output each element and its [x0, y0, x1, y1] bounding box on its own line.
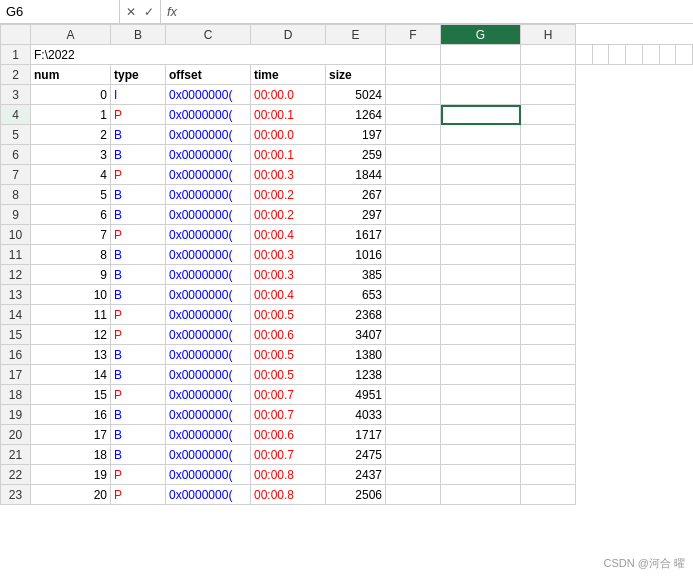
cell-5-6[interactable] — [441, 125, 521, 145]
cell-9-7[interactable] — [521, 205, 576, 225]
cell-15-0[interactable]: 12 — [31, 325, 111, 345]
cell-19-1[interactable]: B — [111, 405, 166, 425]
cell-19-0[interactable]: 16 — [31, 405, 111, 425]
row-header-23[interactable]: 23 — [1, 485, 31, 505]
cell-10-7[interactable] — [521, 225, 576, 245]
row-header-2[interactable]: 2 — [1, 65, 31, 85]
cell-11-2[interactable]: 0x0000000( — [166, 245, 251, 265]
cell-20-0[interactable]: 17 — [31, 425, 111, 445]
cell-22-3[interactable]: 00:00.8 — [251, 465, 326, 485]
cell-22-1[interactable]: P — [111, 465, 166, 485]
cell-21-6[interactable] — [441, 445, 521, 465]
col-header-H[interactable]: H — [521, 25, 576, 45]
cell-19-7[interactable] — [521, 405, 576, 425]
cell-5-3[interactable]: 00:00.0 — [251, 125, 326, 145]
cell-4-2[interactable]: 0x0000000( — [166, 105, 251, 125]
cell-8-3[interactable]: 00:00.2 — [251, 185, 326, 205]
cell-17-3[interactable]: 00:00.5 — [251, 365, 326, 385]
cell-11-4[interactable]: 1016 — [326, 245, 386, 265]
cell-2-7[interactable] — [521, 65, 576, 85]
cell-10-2[interactable]: 0x0000000( — [166, 225, 251, 245]
cell-3-0[interactable]: 0 — [31, 85, 111, 105]
cell-5-2[interactable]: 0x0000000( — [166, 125, 251, 145]
cell-3-3[interactable]: 00:00.0 — [251, 85, 326, 105]
cell-22-6[interactable] — [441, 465, 521, 485]
cell-19-4[interactable]: 4033 — [326, 405, 386, 425]
cell-9-3[interactable]: 00:00.2 — [251, 205, 326, 225]
row-header-12[interactable]: 12 — [1, 265, 31, 285]
cell-23-4[interactable]: 2506 — [326, 485, 386, 505]
col-header-C[interactable]: C — [166, 25, 251, 45]
row-header-17[interactable]: 17 — [1, 365, 31, 385]
cell-2-5[interactable] — [386, 65, 441, 85]
row-header-20[interactable]: 20 — [1, 425, 31, 445]
cell-12-6[interactable] — [441, 265, 521, 285]
cell-13-2[interactable]: 0x0000000( — [166, 285, 251, 305]
cell-14-0[interactable]: 11 — [31, 305, 111, 325]
cell-9-1[interactable]: B — [111, 205, 166, 225]
cell-16-1[interactable]: B — [111, 345, 166, 365]
cell-10-1[interactable]: P — [111, 225, 166, 245]
cell-16-2[interactable]: 0x0000000( — [166, 345, 251, 365]
cell-18-7[interactable] — [521, 385, 576, 405]
cell-9-0[interactable]: 6 — [31, 205, 111, 225]
cell-6-7[interactable] — [521, 145, 576, 165]
cell-1-5[interactable] — [642, 45, 659, 65]
cancel-icon[interactable]: ✕ — [124, 5, 138, 19]
cell-6-1[interactable]: B — [111, 145, 166, 165]
cell-20-3[interactable]: 00:00.6 — [251, 425, 326, 445]
cell-5-5[interactable] — [386, 125, 441, 145]
cell-13-7[interactable] — [521, 285, 576, 305]
cell-16-3[interactable]: 00:00.5 — [251, 345, 326, 365]
cell-2-4[interactable]: size — [326, 65, 386, 85]
confirm-icon[interactable]: ✓ — [142, 5, 156, 19]
cell-6-0[interactable]: 3 — [31, 145, 111, 165]
cell-14-6[interactable] — [441, 305, 521, 325]
col-header-F[interactable]: F — [386, 25, 441, 45]
cell-11-7[interactable] — [521, 245, 576, 265]
cell-23-6[interactable] — [441, 485, 521, 505]
cell-20-5[interactable] — [386, 425, 441, 445]
cell-21-2[interactable]: 0x0000000( — [166, 445, 251, 465]
cell-13-0[interactable]: 10 — [31, 285, 111, 305]
row-header-22[interactable]: 22 — [1, 465, 31, 485]
cell-23-5[interactable] — [386, 485, 441, 505]
cell-9-6[interactable] — [441, 205, 521, 225]
cell-16-7[interactable] — [521, 345, 576, 365]
cell-4-1[interactable]: P — [111, 105, 166, 125]
cell-11-0[interactable]: 8 — [31, 245, 111, 265]
cell-21-0[interactable]: 18 — [31, 445, 111, 465]
cell-19-6[interactable] — [441, 405, 521, 425]
cell-12-1[interactable]: B — [111, 265, 166, 285]
cell-13-3[interactable]: 00:00.4 — [251, 285, 326, 305]
cell-3-4[interactable]: 5024 — [326, 85, 386, 105]
cell-1-1[interactable] — [576, 45, 593, 65]
cell-12-3[interactable]: 00:00.3 — [251, 265, 326, 285]
cell-11-1[interactable]: B — [111, 245, 166, 265]
row-header-5[interactable]: 5 — [1, 125, 31, 145]
cell-13-4[interactable]: 653 — [326, 285, 386, 305]
cell-3-7[interactable] — [521, 85, 576, 105]
cell-2-0[interactable]: num — [31, 65, 111, 85]
cell-17-1[interactable]: B — [111, 365, 166, 385]
cell-8-5[interactable] — [386, 185, 441, 205]
cell-12-2[interactable]: 0x0000000( — [166, 265, 251, 285]
cell-12-4[interactable]: 385 — [326, 265, 386, 285]
cell-1-6[interactable] — [659, 45, 676, 65]
row-header-21[interactable]: 21 — [1, 445, 31, 465]
cell-23-7[interactable] — [521, 485, 576, 505]
cell-10-5[interactable] — [386, 225, 441, 245]
cell-4-4[interactable]: 1264 — [326, 105, 386, 125]
row-header-14[interactable]: 14 — [1, 305, 31, 325]
cell-14-5[interactable] — [386, 305, 441, 325]
cell-12-5[interactable] — [386, 265, 441, 285]
cell-1-7[interactable] — [521, 45, 576, 65]
cell-4-7[interactable] — [521, 105, 576, 125]
cell-21-5[interactable] — [386, 445, 441, 465]
cell-7-3[interactable]: 00:00.3 — [251, 165, 326, 185]
cell-13-5[interactable] — [386, 285, 441, 305]
row-header-1[interactable]: 1 — [1, 45, 31, 65]
cell-21-3[interactable]: 00:00.7 — [251, 445, 326, 465]
cell-18-3[interactable]: 00:00.7 — [251, 385, 326, 405]
cell-7-6[interactable] — [441, 165, 521, 185]
